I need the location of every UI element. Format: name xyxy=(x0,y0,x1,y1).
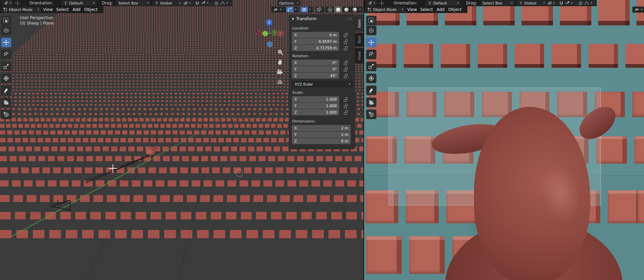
menu-view[interactable]: View xyxy=(41,6,55,13)
gizmo-arc-icon[interactable] xyxy=(286,7,294,12)
dimensions-y-field[interactable]: Y2 m xyxy=(292,131,351,138)
menu-object[interactable]: Object xyxy=(82,6,100,13)
shading-rendered-button[interactable] xyxy=(350,7,359,13)
drag-dropdown[interactable]: Select Box ▾ xyxy=(116,0,151,6)
rotation-y-field[interactable]: Y0° xyxy=(292,66,339,72)
camera-object[interactable] xyxy=(57,200,58,205)
tool-measure[interactable] xyxy=(1,98,11,107)
unlock-icon[interactable] xyxy=(344,46,348,50)
location-y-field[interactable]: Y6.9597 m xyxy=(292,38,339,44)
sidebar-tab-tool[interactable]: Tool xyxy=(355,33,363,47)
location-z-field[interactable]: Z0.71759 m xyxy=(292,45,339,51)
plane-origin-dot xyxy=(86,180,88,183)
overlays-toggle[interactable]: ▾ xyxy=(300,7,313,13)
unlock-icon[interactable] xyxy=(344,104,348,108)
shading-wireframe-button[interactable] xyxy=(326,7,334,13)
camera-object-ring[interactable] xyxy=(49,203,53,207)
tool-move[interactable] xyxy=(366,38,376,47)
gizmo-x-ball[interactable]: X xyxy=(277,30,283,37)
tool-annotate[interactable] xyxy=(1,86,11,95)
rotation-mode-dropdown[interactable]: XYZ Euler ▾ xyxy=(292,81,353,87)
object-visibility-dropdown[interactable]: ▾ xyxy=(632,7,644,13)
tool-transform[interactable] xyxy=(366,74,376,83)
options-dropdown[interactable]: Options ▾ xyxy=(277,0,300,6)
gizmos-toggle[interactable]: ▾ xyxy=(285,7,298,13)
menu-select[interactable]: Select xyxy=(418,6,435,13)
drag-dropdown[interactable]: Select Box ▾ xyxy=(480,0,515,6)
menu-select[interactable]: Select xyxy=(54,6,71,13)
sidebar-tab-view[interactable]: View xyxy=(355,48,363,64)
tool-cursor[interactable] xyxy=(1,26,11,35)
unlock-icon[interactable] xyxy=(344,61,348,65)
proportional-editing-controls[interactable]: ▾ xyxy=(576,0,597,6)
collapse-arrow-icon[interactable]: ▼ xyxy=(292,17,294,21)
camera-object[interactable] xyxy=(70,201,70,210)
location-x-field[interactable]: X0 m xyxy=(292,32,339,38)
tool-measure[interactable] xyxy=(366,98,376,107)
mode-dropdown[interactable]: Object Mode ▾ xyxy=(1,7,41,13)
tool-rotate[interactable] xyxy=(1,50,11,59)
active-tool-button[interactable]: ▾ xyxy=(366,0,377,6)
gizmo-x-neg-ball[interactable] xyxy=(257,31,262,36)
tool-rotate[interactable] xyxy=(366,50,376,59)
tool-add-cube[interactable] xyxy=(366,110,376,119)
grid-persp-icon[interactable] xyxy=(275,77,284,86)
right-3d-viewport[interactable] xyxy=(364,0,644,280)
sidebar-tab-item[interactable]: Item xyxy=(355,15,363,31)
chevron-down-icon: ▾ xyxy=(297,2,298,4)
unlock-icon[interactable] xyxy=(344,110,348,114)
gizmo-y-neg-ball[interactable] xyxy=(262,31,268,36)
overlays-icon[interactable] xyxy=(300,7,308,12)
tool-scale[interactable] xyxy=(366,62,376,71)
menu-object[interactable]: Object xyxy=(446,6,464,13)
snapping-controls[interactable]: ▾ xyxy=(193,0,214,6)
chevron-down-icon: ▾ xyxy=(591,2,592,4)
orientation-dropdown[interactable]: Default ▾ xyxy=(62,0,96,6)
unlock-icon[interactable] xyxy=(344,97,348,101)
tool-select-box[interactable] xyxy=(366,16,376,25)
unlock-icon[interactable] xyxy=(344,39,348,43)
rotation-z-field[interactable]: Z45° xyxy=(292,73,339,79)
transform-panel-header[interactable]: ▼ Transform xyxy=(292,16,317,21)
tool-add-cube[interactable] xyxy=(1,110,11,119)
proportional-editing-controls[interactable]: ▾ xyxy=(212,0,233,6)
scale-z-field[interactable]: Z1.000 xyxy=(292,109,339,115)
dimensions-x-field[interactable]: X2 m xyxy=(292,125,351,131)
active-tool-button[interactable]: ▾ xyxy=(2,0,13,6)
unlock-icon[interactable] xyxy=(344,67,348,71)
scale-y-field[interactable]: Y1.000 xyxy=(292,103,339,109)
gizmo-z-neg-ball[interactable] xyxy=(267,41,273,47)
dimensions-z-field[interactable]: Z0 m xyxy=(292,138,351,144)
tool-transform[interactable] xyxy=(1,74,11,83)
rotation-x-field[interactable]: X0° xyxy=(292,60,339,66)
snapping-controls[interactable]: ▾ xyxy=(557,0,578,6)
zoom-icon[interactable] xyxy=(276,48,285,57)
menu-add[interactable]: Add xyxy=(70,6,82,13)
unlock-icon[interactable] xyxy=(344,33,348,37)
pivot-point-dropdown[interactable]: ▾ xyxy=(545,0,558,6)
object-visibility-dropdown[interactable]: ▾ xyxy=(271,7,286,13)
panel-drag-handle[interactable] xyxy=(347,17,352,20)
viewport-divider[interactable] xyxy=(363,0,364,280)
menu-view[interactable]: View xyxy=(405,6,419,13)
tool-move[interactable] xyxy=(1,38,11,47)
scale-x-field[interactable]: X1.000 xyxy=(292,96,339,102)
menu-add[interactable]: Add xyxy=(435,6,447,13)
transform-space-dropdown[interactable]: Global ▾ xyxy=(153,0,183,6)
tool-select-box[interactable] xyxy=(1,16,11,25)
gizmo-y-ball[interactable]: Y xyxy=(271,30,278,36)
tool-scale[interactable] xyxy=(1,62,11,71)
gizmo-z-ball[interactable]: Z xyxy=(266,19,272,26)
tool-cursor[interactable] xyxy=(366,26,376,35)
shading-material-button[interactable] xyxy=(342,7,350,13)
transform-space-dropdown[interactable]: Global ▾ xyxy=(517,0,547,6)
camera-icon[interactable] xyxy=(275,67,284,76)
unlock-icon[interactable] xyxy=(344,74,348,78)
shading-solid-button[interactable] xyxy=(334,7,342,13)
orientation-dropdown[interactable]: Default ▾ xyxy=(426,0,461,6)
pivot-point-dropdown[interactable]: ▾ xyxy=(181,0,194,6)
xray-toggle[interactable] xyxy=(315,7,324,13)
hand-icon[interactable] xyxy=(276,58,285,66)
mode-dropdown[interactable]: Object Mode ▾ xyxy=(365,7,405,13)
tool-annotate[interactable] xyxy=(366,86,376,95)
